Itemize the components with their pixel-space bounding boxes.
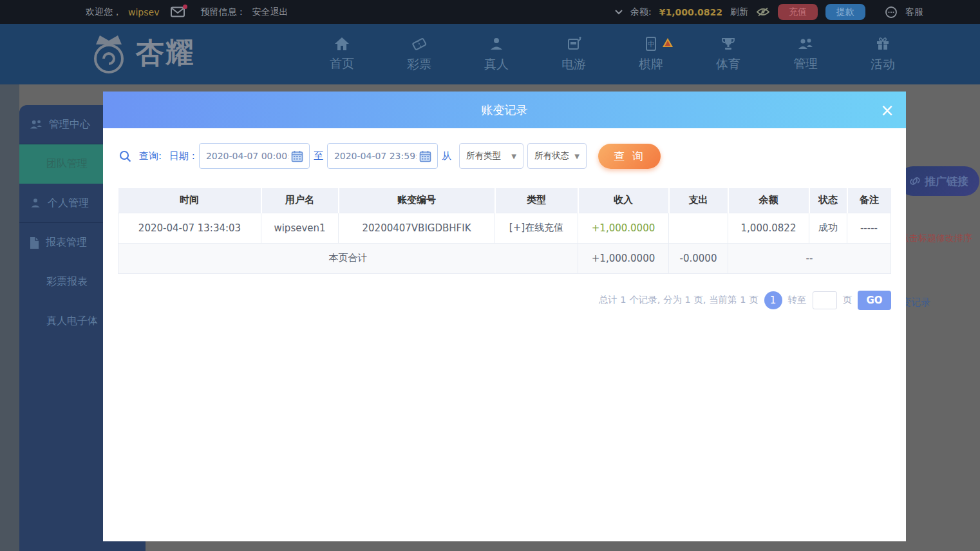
query-button[interactable]: 查 询 bbox=[598, 144, 661, 169]
navbar: 杏耀 首页 彩票 真人 bbox=[0, 24, 980, 84]
ticket-icon bbox=[411, 36, 427, 52]
col-expense: 支出 bbox=[669, 188, 728, 213]
cell-username: wipseven1 bbox=[261, 213, 339, 243]
to-label: 至 bbox=[314, 150, 323, 162]
left-margin bbox=[0, 84, 19, 551]
col-time: 时间 bbox=[118, 188, 261, 213]
logo-text: 杏耀 bbox=[136, 34, 195, 72]
col-income: 收入 bbox=[578, 188, 669, 213]
nav-label: 彩票 bbox=[407, 56, 431, 73]
svg-text:中: 中 bbox=[648, 40, 655, 48]
recharge-button[interactable]: 充值 bbox=[778, 4, 818, 20]
withdraw-button[interactable]: 提款 bbox=[825, 4, 865, 20]
footer-balance: -- bbox=[728, 243, 891, 273]
service-link[interactable]: 客服 bbox=[905, 6, 923, 18]
account-change-modal: 账变记录 × 查询: 日期 : 至 从 bbox=[103, 92, 906, 541]
cell-txn-id: 20200407VBIGDBHFIK bbox=[339, 213, 495, 243]
goto-label: 转至 bbox=[788, 294, 807, 306]
status-select[interactable]: 所有状态 ▼ bbox=[527, 143, 587, 169]
reserved-label: 预留信息： bbox=[200, 6, 245, 18]
cell-remark: ----- bbox=[847, 213, 891, 243]
eye-slash-icon[interactable] bbox=[756, 7, 770, 17]
home-icon bbox=[334, 37, 350, 51]
col-balance: 余额 bbox=[728, 188, 809, 213]
nav-item-lottery[interactable]: 彩票 bbox=[381, 24, 458, 84]
nav-item-sports[interactable]: 体育 bbox=[690, 24, 767, 84]
cell-type: [+]在线充值 bbox=[495, 213, 578, 243]
nav-label: 体育 bbox=[716, 56, 740, 73]
cell-time: 2020-04-07 13:34:03 bbox=[118, 213, 261, 243]
nav-item-activity[interactable]: 活动 bbox=[844, 24, 921, 84]
modal-header: 账变记录 × bbox=[103, 92, 906, 128]
nav-item-live[interactable]: 真人 bbox=[458, 24, 535, 84]
col-remark: 备注 bbox=[847, 188, 891, 213]
balance-label: 余额: bbox=[630, 6, 652, 18]
users-icon bbox=[797, 37, 814, 51]
table-header-row: 时间 用户名 账变编号 类型 收入 支出 余额 状态 备注 bbox=[118, 188, 891, 213]
cell-expense bbox=[669, 213, 728, 243]
chevron-down-icon: ▼ bbox=[574, 153, 580, 160]
calendar-icon[interactable] bbox=[419, 150, 431, 162]
go-button[interactable]: GO bbox=[858, 291, 891, 310]
sidebar-item-label: 个人管理 bbox=[48, 197, 89, 210]
pagination-summary: 总计 1 个记录, 分为 1 页, 当前第 1 页 bbox=[599, 294, 759, 306]
nav-label: 管理 bbox=[793, 55, 818, 72]
search-label: 查询: bbox=[139, 150, 162, 162]
cell-income: +1,000.0000 bbox=[578, 213, 669, 243]
col-username: 用户名 bbox=[261, 188, 339, 213]
person-icon bbox=[489, 36, 504, 52]
date-label: 日期 : bbox=[169, 150, 195, 162]
nav-item-home[interactable]: 首页 bbox=[303, 24, 381, 84]
hot-badge-icon bbox=[663, 38, 673, 47]
page-number-button[interactable]: 1 bbox=[764, 291, 782, 309]
account-change-table: 时间 用户名 账变编号 类型 收入 支出 余额 状态 备注 2020-04-07… bbox=[118, 188, 891, 274]
from-label: 从 bbox=[442, 150, 451, 162]
link-icon bbox=[909, 175, 921, 187]
cell-status: 成功 bbox=[809, 213, 847, 243]
trophy-icon bbox=[721, 36, 736, 52]
slot-machine-icon bbox=[566, 36, 581, 52]
promo-link-button[interactable]: 推广链接 bbox=[898, 166, 979, 196]
nav-item-manage[interactable]: 管理 bbox=[767, 24, 844, 84]
refresh-button[interactable]: 刷新 bbox=[730, 6, 748, 18]
gift-icon bbox=[875, 36, 890, 52]
cell-balance: 1,000.0822 bbox=[728, 213, 809, 243]
query-form: 查询: 日期 : 至 从 所有类型 ▼ 所有状态 bbox=[119, 143, 906, 169]
username: wipsev bbox=[128, 7, 159, 17]
sort-hint-text: 点击标题修改排序 bbox=[900, 233, 972, 244]
main-nav: 首页 彩票 真人 电游 中 bbox=[303, 24, 921, 84]
sidebar-item-label: 彩票报表 bbox=[46, 275, 88, 289]
type-select[interactable]: 所有类型 ▼ bbox=[459, 143, 523, 169]
sidebar-item-label: 报表管理 bbox=[46, 236, 87, 249]
chat-icon bbox=[885, 6, 898, 19]
table-footer-row: 本页合计 +1,000.0000 -0.0000 -- bbox=[118, 243, 891, 273]
col-status: 状态 bbox=[809, 188, 847, 213]
chevron-down-icon: ▼ bbox=[511, 153, 516, 160]
chevron-down-icon[interactable] bbox=[615, 10, 623, 15]
pagination: 总计 1 个记录, 分为 1 页, 当前第 1 页 1 转至 页 GO bbox=[103, 291, 891, 310]
crown-emblem-icon bbox=[86, 30, 132, 75]
date-from-input[interactable] bbox=[206, 151, 288, 161]
date-to-input[interactable] bbox=[334, 151, 417, 161]
date-from-box bbox=[199, 143, 310, 169]
nav-label: 活动 bbox=[871, 56, 895, 73]
sidebar-item-label: 团队管理 bbox=[46, 157, 88, 171]
nav-item-egames[interactable]: 电游 bbox=[535, 24, 612, 84]
nav-label: 真人 bbox=[484, 56, 509, 73]
footer-income: +1,000.0000 bbox=[578, 243, 669, 273]
nav-item-boardgames[interactable]: 中 棋牌 bbox=[612, 24, 690, 84]
nav-label: 棋牌 bbox=[639, 56, 663, 73]
goto-page-input[interactable] bbox=[813, 291, 837, 309]
topbar: 欢迎您， wipsev 预留信息： 安全退出 余额: ¥1,000.0822 刷… bbox=[0, 0, 980, 24]
sidebar-item-label: 真人电子体 bbox=[46, 314, 98, 328]
footer-expense: -0.0000 bbox=[669, 243, 728, 273]
mahjong-tile-icon: 中 bbox=[645, 36, 657, 52]
calendar-icon[interactable] bbox=[291, 150, 303, 162]
mail-button[interactable] bbox=[171, 6, 185, 17]
site-logo[interactable]: 杏耀 bbox=[86, 30, 195, 75]
footer-label: 本页合计 bbox=[118, 243, 578, 273]
logout-link[interactable]: 安全退出 bbox=[252, 6, 288, 18]
col-type: 类型 bbox=[495, 188, 578, 213]
search-icon bbox=[119, 150, 131, 162]
close-icon[interactable]: × bbox=[878, 102, 897, 119]
